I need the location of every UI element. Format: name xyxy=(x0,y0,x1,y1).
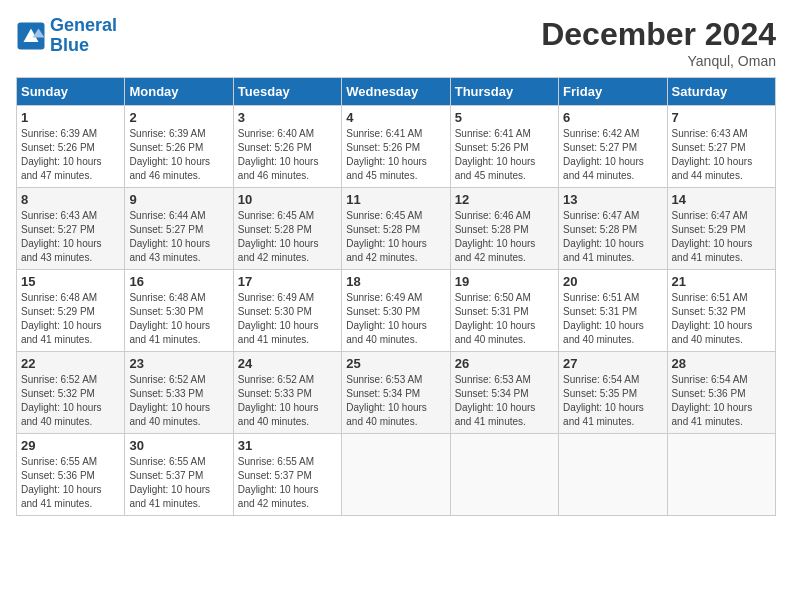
calendar-week-row: 22 Sunrise: 6:52 AM Sunset: 5:32 PM Dayl… xyxy=(17,352,776,434)
day-number: 27 xyxy=(563,356,662,371)
day-number: 26 xyxy=(455,356,554,371)
day-number: 14 xyxy=(672,192,771,207)
day-number: 12 xyxy=(455,192,554,207)
day-number: 24 xyxy=(238,356,337,371)
calendar-cell: 29 Sunrise: 6:55 AM Sunset: 5:36 PM Dayl… xyxy=(17,434,125,516)
day-number: 23 xyxy=(129,356,228,371)
calendar-cell: 11 Sunrise: 6:45 AM Sunset: 5:28 PM Dayl… xyxy=(342,188,450,270)
day-number: 20 xyxy=(563,274,662,289)
day-info: Sunrise: 6:45 AM Sunset: 5:28 PM Dayligh… xyxy=(346,209,445,265)
calendar-cell xyxy=(450,434,558,516)
logo-icon xyxy=(16,21,46,51)
calendar-cell: 21 Sunrise: 6:51 AM Sunset: 5:32 PM Dayl… xyxy=(667,270,775,352)
day-number: 10 xyxy=(238,192,337,207)
day-info: Sunrise: 6:51 AM Sunset: 5:31 PM Dayligh… xyxy=(563,291,662,347)
calendar-cell: 16 Sunrise: 6:48 AM Sunset: 5:30 PM Dayl… xyxy=(125,270,233,352)
day-number: 22 xyxy=(21,356,120,371)
calendar-week-row: 15 Sunrise: 6:48 AM Sunset: 5:29 PM Dayl… xyxy=(17,270,776,352)
calendar-cell: 20 Sunrise: 6:51 AM Sunset: 5:31 PM Dayl… xyxy=(559,270,667,352)
day-number: 21 xyxy=(672,274,771,289)
day-number: 3 xyxy=(238,110,337,125)
day-info: Sunrise: 6:49 AM Sunset: 5:30 PM Dayligh… xyxy=(238,291,337,347)
day-info: Sunrise: 6:41 AM Sunset: 5:26 PM Dayligh… xyxy=(455,127,554,183)
calendar-cell: 26 Sunrise: 6:53 AM Sunset: 5:34 PM Dayl… xyxy=(450,352,558,434)
weekday-header: Saturday xyxy=(667,78,775,106)
day-number: 2 xyxy=(129,110,228,125)
day-info: Sunrise: 6:52 AM Sunset: 5:33 PM Dayligh… xyxy=(129,373,228,429)
day-info: Sunrise: 6:49 AM Sunset: 5:30 PM Dayligh… xyxy=(346,291,445,347)
month-title: December 2024 xyxy=(541,16,776,53)
day-number: 25 xyxy=(346,356,445,371)
calendar-cell: 1 Sunrise: 6:39 AM Sunset: 5:26 PM Dayli… xyxy=(17,106,125,188)
calendar-cell: 22 Sunrise: 6:52 AM Sunset: 5:32 PM Dayl… xyxy=(17,352,125,434)
calendar-cell: 12 Sunrise: 6:46 AM Sunset: 5:28 PM Dayl… xyxy=(450,188,558,270)
day-number: 7 xyxy=(672,110,771,125)
day-info: Sunrise: 6:41 AM Sunset: 5:26 PM Dayligh… xyxy=(346,127,445,183)
calendar-cell: 10 Sunrise: 6:45 AM Sunset: 5:28 PM Dayl… xyxy=(233,188,341,270)
calendar-cell: 5 Sunrise: 6:41 AM Sunset: 5:26 PM Dayli… xyxy=(450,106,558,188)
day-number: 28 xyxy=(672,356,771,371)
weekday-header: Tuesday xyxy=(233,78,341,106)
calendar-cell: 13 Sunrise: 6:47 AM Sunset: 5:28 PM Dayl… xyxy=(559,188,667,270)
calendar-cell: 23 Sunrise: 6:52 AM Sunset: 5:33 PM Dayl… xyxy=(125,352,233,434)
day-number: 18 xyxy=(346,274,445,289)
calendar-cell: 15 Sunrise: 6:48 AM Sunset: 5:29 PM Dayl… xyxy=(17,270,125,352)
weekday-header: Sunday xyxy=(17,78,125,106)
day-number: 8 xyxy=(21,192,120,207)
calendar-table: SundayMondayTuesdayWednesdayThursdayFrid… xyxy=(16,77,776,516)
day-info: Sunrise: 6:46 AM Sunset: 5:28 PM Dayligh… xyxy=(455,209,554,265)
day-number: 1 xyxy=(21,110,120,125)
day-info: Sunrise: 6:42 AM Sunset: 5:27 PM Dayligh… xyxy=(563,127,662,183)
calendar-cell xyxy=(667,434,775,516)
calendar-cell: 17 Sunrise: 6:49 AM Sunset: 5:30 PM Dayl… xyxy=(233,270,341,352)
day-info: Sunrise: 6:45 AM Sunset: 5:28 PM Dayligh… xyxy=(238,209,337,265)
day-info: Sunrise: 6:52 AM Sunset: 5:33 PM Dayligh… xyxy=(238,373,337,429)
calendar-cell: 31 Sunrise: 6:55 AM Sunset: 5:37 PM Dayl… xyxy=(233,434,341,516)
weekday-header-row: SundayMondayTuesdayWednesdayThursdayFrid… xyxy=(17,78,776,106)
calendar-cell: 30 Sunrise: 6:55 AM Sunset: 5:37 PM Dayl… xyxy=(125,434,233,516)
weekday-header: Wednesday xyxy=(342,78,450,106)
day-info: Sunrise: 6:48 AM Sunset: 5:29 PM Dayligh… xyxy=(21,291,120,347)
logo-text: General Blue xyxy=(50,16,117,56)
day-number: 9 xyxy=(129,192,228,207)
calendar-cell: 24 Sunrise: 6:52 AM Sunset: 5:33 PM Dayl… xyxy=(233,352,341,434)
day-info: Sunrise: 6:51 AM Sunset: 5:32 PM Dayligh… xyxy=(672,291,771,347)
calendar-cell xyxy=(559,434,667,516)
day-info: Sunrise: 6:43 AM Sunset: 5:27 PM Dayligh… xyxy=(21,209,120,265)
day-info: Sunrise: 6:48 AM Sunset: 5:30 PM Dayligh… xyxy=(129,291,228,347)
weekday-header: Friday xyxy=(559,78,667,106)
day-number: 29 xyxy=(21,438,120,453)
day-info: Sunrise: 6:55 AM Sunset: 5:36 PM Dayligh… xyxy=(21,455,120,511)
calendar-cell: 18 Sunrise: 6:49 AM Sunset: 5:30 PM Dayl… xyxy=(342,270,450,352)
calendar-cell: 6 Sunrise: 6:42 AM Sunset: 5:27 PM Dayli… xyxy=(559,106,667,188)
day-info: Sunrise: 6:55 AM Sunset: 5:37 PM Dayligh… xyxy=(129,455,228,511)
day-info: Sunrise: 6:47 AM Sunset: 5:29 PM Dayligh… xyxy=(672,209,771,265)
day-info: Sunrise: 6:40 AM Sunset: 5:26 PM Dayligh… xyxy=(238,127,337,183)
day-info: Sunrise: 6:54 AM Sunset: 5:35 PM Dayligh… xyxy=(563,373,662,429)
weekday-header: Monday xyxy=(125,78,233,106)
calendar-week-row: 1 Sunrise: 6:39 AM Sunset: 5:26 PM Dayli… xyxy=(17,106,776,188)
calendar-cell: 27 Sunrise: 6:54 AM Sunset: 5:35 PM Dayl… xyxy=(559,352,667,434)
day-number: 15 xyxy=(21,274,120,289)
day-number: 5 xyxy=(455,110,554,125)
calendar-week-row: 29 Sunrise: 6:55 AM Sunset: 5:36 PM Dayl… xyxy=(17,434,776,516)
calendar-cell: 2 Sunrise: 6:39 AM Sunset: 5:26 PM Dayli… xyxy=(125,106,233,188)
day-number: 17 xyxy=(238,274,337,289)
day-number: 30 xyxy=(129,438,228,453)
day-info: Sunrise: 6:47 AM Sunset: 5:28 PM Dayligh… xyxy=(563,209,662,265)
day-info: Sunrise: 6:52 AM Sunset: 5:32 PM Dayligh… xyxy=(21,373,120,429)
day-info: Sunrise: 6:55 AM Sunset: 5:37 PM Dayligh… xyxy=(238,455,337,511)
calendar-week-row: 8 Sunrise: 6:43 AM Sunset: 5:27 PM Dayli… xyxy=(17,188,776,270)
page-header: General Blue December 2024 Yanqul, Oman xyxy=(16,16,776,69)
day-number: 31 xyxy=(238,438,337,453)
day-info: Sunrise: 6:44 AM Sunset: 5:27 PM Dayligh… xyxy=(129,209,228,265)
weekday-header: Thursday xyxy=(450,78,558,106)
day-number: 6 xyxy=(563,110,662,125)
day-info: Sunrise: 6:53 AM Sunset: 5:34 PM Dayligh… xyxy=(346,373,445,429)
calendar-cell: 25 Sunrise: 6:53 AM Sunset: 5:34 PM Dayl… xyxy=(342,352,450,434)
title-area: December 2024 Yanqul, Oman xyxy=(541,16,776,69)
day-info: Sunrise: 6:43 AM Sunset: 5:27 PM Dayligh… xyxy=(672,127,771,183)
calendar-cell: 4 Sunrise: 6:41 AM Sunset: 5:26 PM Dayli… xyxy=(342,106,450,188)
day-info: Sunrise: 6:54 AM Sunset: 5:36 PM Dayligh… xyxy=(672,373,771,429)
calendar-cell: 7 Sunrise: 6:43 AM Sunset: 5:27 PM Dayli… xyxy=(667,106,775,188)
